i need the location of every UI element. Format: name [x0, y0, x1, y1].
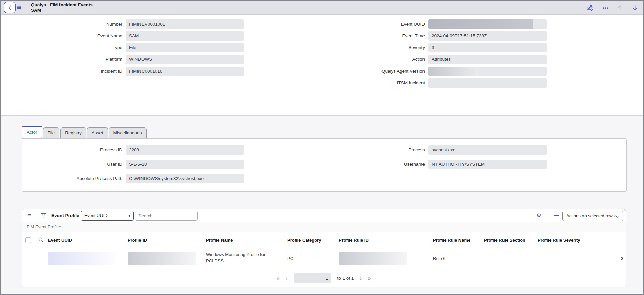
- form-row-process-path: Absolute Process Path C:\WINDOWS\system3…: [1, 174, 643, 183]
- page-title-line2: SAM: [31, 8, 93, 13]
- filter-icon[interactable]: [41, 213, 46, 220]
- tab-registry[interactable]: Registry: [60, 127, 86, 138]
- field-label-event-time: Event Time: [341, 31, 425, 41]
- tab-file[interactable]: File: [43, 127, 60, 138]
- app-window: ≡ Qualys - FIM Incident Events SAM •••: [0, 0, 644, 295]
- field-value-username[interactable]: NT AUTHORITY\SYSTEM: [428, 160, 547, 169]
- column-header-event-uuid[interactable]: Event UUID: [48, 232, 72, 248]
- field-value-event-uuid[interactable]: [428, 19, 547, 29]
- first-page-icon[interactable]: «: [276, 273, 279, 283]
- profile-category-cell: PCI: [287, 248, 295, 269]
- form-row-username: Username NT AUTHORITY\SYSTEM: [1, 160, 643, 169]
- profile-rule-severity-cell: 3: [538, 248, 623, 269]
- column-header-profile-id[interactable]: Profile ID: [128, 232, 147, 248]
- form-row-event-time: Event Time 2024-04-09T17:51:15.738Z: [1, 31, 643, 41]
- search-field-select[interactable]: Event UUID ▾: [81, 211, 134, 221]
- field-label-event-uuid: Event UUID: [341, 19, 425, 29]
- back-button[interactable]: [4, 2, 16, 13]
- profile-name-cell: Windows Monitoring Profile for PCI DSS -…: [206, 251, 272, 264]
- field-label-severity: Severity: [341, 43, 425, 52]
- form-row-severity: Severity 3: [1, 43, 643, 52]
- profile-rule-name-cell: Rule 6: [433, 248, 446, 269]
- field-label-agent-version: Qualys Agent Version: [341, 67, 425, 76]
- pagination-bar: « ‹ to 1 of 1 › »: [22, 269, 626, 287]
- search-field-value: Event UUID: [84, 213, 108, 218]
- field-value-itsm-incident[interactable]: [428, 78, 547, 88]
- redaction-bar: [428, 19, 533, 29]
- field-label-action: Action: [341, 55, 425, 64]
- list-title: Event Profile: [51, 209, 79, 222]
- next-page-icon[interactable]: ›: [360, 273, 362, 283]
- field-value-agent-version[interactable]: [428, 67, 547, 76]
- select-all-checkbox[interactable]: [25, 237, 31, 243]
- page-title-line1: Qualys - FIM Incident Events: [31, 2, 93, 8]
- last-page-icon[interactable]: »: [368, 273, 371, 283]
- redacted-profile-id-cell: [128, 252, 196, 265]
- list-menu-icon[interactable]: ≡: [27, 210, 31, 221]
- context-menu-icon[interactable]: ≡: [17, 3, 21, 12]
- field-value-process[interactable]: svchost.exe: [428, 145, 547, 155]
- list-search-input[interactable]: [135, 211, 198, 221]
- list-caption: FIM Event Profiles: [22, 222, 626, 232]
- header-bar: ≡ Qualys - FIM Incident Events SAM •••: [1, 1, 643, 15]
- table-header-row: Event UUID Profile ID Profile Name Profi…: [22, 232, 626, 248]
- column-search-icon[interactable]: [38, 237, 44, 244]
- list-toolbar: ≡ Event Profile Event UUID ▾ ⚙ Actions o…: [22, 209, 626, 222]
- field-value-process-path[interactable]: C:\WINDOWS\system32\svchost.exe: [126, 174, 244, 183]
- table-row[interactable]: Windows Monitoring Profile for PCI DSS -…: [22, 248, 626, 269]
- page-title: Qualys - FIM Incident Events SAM: [31, 2, 93, 13]
- field-label-username: Username: [341, 160, 425, 169]
- header-actions: •••: [586, 1, 638, 15]
- field-value-event-time[interactable]: 2024-04-09T17:51:15.738Z: [428, 31, 547, 41]
- actions-dropdown-label: Actions on selected rows...: [566, 213, 618, 218]
- more-options-icon[interactable]: •••: [603, 5, 608, 10]
- column-header-profile-rule-severity[interactable]: Profile Rule Severity: [538, 232, 580, 248]
- tab-asset[interactable]: Asset: [87, 127, 108, 138]
- form-row-itsm-incident: ITSM Incident: [1, 78, 643, 88]
- actions-dropdown[interactable]: Actions on selected rows...: [562, 211, 623, 221]
- form-section: [1, 15, 643, 115]
- field-value-action[interactable]: Attributes: [428, 55, 547, 64]
- column-header-profile-rule-section[interactable]: Profile Rule Section: [484, 232, 525, 248]
- field-label-itsm-incident: ITSM Incident: [341, 78, 425, 88]
- previous-page-icon[interactable]: ‹: [286, 273, 288, 283]
- chevron-left-icon: [8, 5, 12, 11]
- pagination-range-text: to 1 of 1: [337, 276, 354, 281]
- previous-record-icon[interactable]: [617, 5, 623, 11]
- column-header-profile-name[interactable]: Profile Name: [206, 232, 233, 248]
- caret-down-icon: ▾: [128, 211, 130, 220]
- column-header-profile-rule-name[interactable]: Profile Rule Name: [433, 232, 470, 248]
- tab-miscellaneous[interactable]: Miscellaneous: [109, 127, 147, 138]
- related-list-card: ≡ Event Profile Event UUID ▾ ⚙ Actions o…: [22, 209, 626, 287]
- form-row-process: Process svchost.exe: [1, 145, 643, 155]
- tab-bar: Actor File Registry Asset Miscellaneous: [22, 126, 147, 138]
- next-record-icon[interactable]: [632, 5, 638, 11]
- redacted-event-uuid-cell: [48, 252, 116, 265]
- redaction-bar: [428, 67, 479, 76]
- tab-actor[interactable]: Actor: [22, 126, 42, 138]
- field-label-process-path: Absolute Process Path: [38, 174, 122, 183]
- gear-icon[interactable]: ⚙: [536, 209, 541, 222]
- collapse-list-icon[interactable]: [554, 215, 559, 216]
- sliders-icon[interactable]: [586, 5, 594, 11]
- column-header-profile-rule-id[interactable]: Profile Rule ID: [339, 232, 369, 248]
- form-row-event-uuid: Event UUID: [1, 19, 643, 29]
- redacted-profile-rule-id-cell: [339, 252, 407, 265]
- form-row-agent-version: Qualys Agent Version: [1, 67, 643, 76]
- page-number-input[interactable]: [294, 273, 331, 283]
- column-header-profile-category[interactable]: Profile Category: [287, 232, 321, 248]
- form-row-action: Action Attributes: [1, 55, 643, 64]
- field-value-severity[interactable]: 3: [428, 43, 547, 52]
- section-divider: [1, 115, 643, 116]
- field-label-process: Process: [341, 145, 425, 155]
